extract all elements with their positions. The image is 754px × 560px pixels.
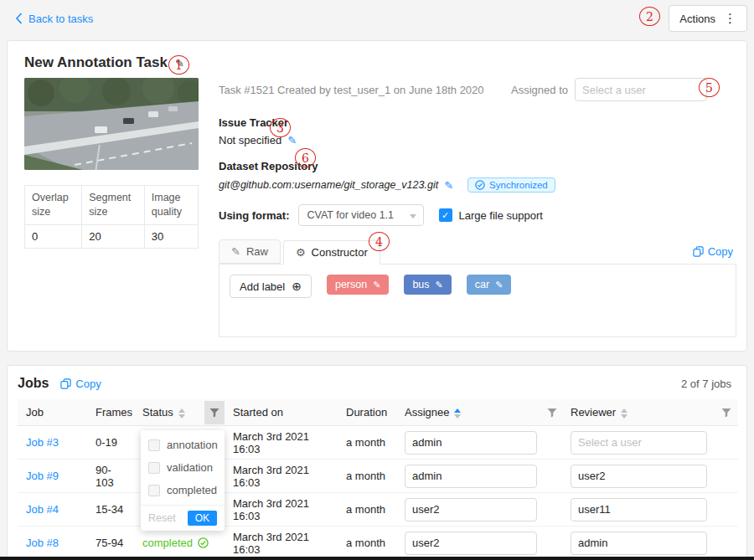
job-row: Job #9 90-103 March 3rd 2021 16:03 a mon… bbox=[18, 460, 738, 493]
jobs-table: Job Frames Status Started on Duration As… bbox=[18, 399, 738, 560]
edit-title-icon[interactable]: ✎ bbox=[175, 57, 184, 69]
task-title: New Annotation Task bbox=[24, 54, 168, 71]
filter-option-validation[interactable]: validation bbox=[141, 456, 225, 479]
sort-icon[interactable] bbox=[454, 408, 461, 419]
filter-option-completed[interactable]: completed bbox=[141, 479, 225, 501]
label-chip-bus[interactable]: bus ✎ bbox=[404, 275, 451, 295]
reviewer-filter-icon[interactable] bbox=[721, 408, 731, 418]
col-job: Job bbox=[18, 399, 89, 426]
checkbox-unchecked-icon[interactable] bbox=[148, 462, 160, 474]
copy-icon bbox=[60, 378, 71, 389]
edit-issue-tracker-icon[interactable]: ✎ bbox=[287, 134, 297, 146]
job-frames: 15-34 bbox=[89, 493, 136, 527]
job-reviewer-input[interactable] bbox=[571, 532, 707, 555]
tab-constructor-label: Constructor bbox=[312, 246, 368, 259]
task-detail-card: New Annotation Task ✎ bbox=[7, 40, 747, 352]
repository-url: git@github.com:username/git_storage_v123… bbox=[219, 179, 438, 191]
job-link[interactable]: Job #4 bbox=[26, 503, 59, 516]
param-value-overlap: 0 bbox=[25, 224, 82, 248]
task-left-column: Overlap size Segment size Image quality … bbox=[24, 78, 199, 337]
job-row: Job #3 0-19 March 3rd 2021 16:03 a month bbox=[18, 426, 738, 460]
screen-bottom-edge bbox=[0, 557, 754, 560]
plus-circle-icon: ⊕ bbox=[292, 280, 302, 293]
check-circle-icon bbox=[475, 180, 485, 190]
job-started: March 3rd 2021 16:03 bbox=[226, 426, 339, 460]
check-circle-icon bbox=[198, 537, 209, 548]
jobs-copy-link[interactable]: Copy bbox=[60, 378, 104, 390]
labels-copy-link[interactable]: Copy bbox=[693, 245, 736, 258]
job-reviewer-input[interactable] bbox=[571, 465, 707, 488]
checkbox-checked-icon: ✓ bbox=[439, 208, 452, 222]
checkbox-unchecked-icon[interactable] bbox=[148, 485, 160, 496]
using-format-label: Using format: bbox=[219, 209, 290, 222]
job-link[interactable]: Job #9 bbox=[26, 470, 59, 482]
assigned-to-label: Assigned to bbox=[511, 84, 568, 96]
job-reviewer-input[interactable] bbox=[571, 498, 707, 521]
issue-tracker-block: Issue Tracker Not specified ✎ bbox=[219, 116, 736, 146]
actions-button[interactable]: Actions ⋮ bbox=[669, 5, 747, 32]
job-duration: a month bbox=[339, 527, 398, 560]
col-started: Started on bbox=[226, 399, 339, 426]
label-name: car bbox=[475, 279, 489, 290]
sort-icon[interactable] bbox=[621, 408, 627, 419]
assignee-filter-icon[interactable] bbox=[547, 408, 557, 418]
filter-option-annotation[interactable]: annotation bbox=[141, 434, 225, 456]
col-reviewer[interactable]: Reviewer bbox=[564, 399, 738, 426]
edit-repository-icon[interactable]: ✎ bbox=[444, 179, 453, 192]
param-header-segment: Segment size bbox=[82, 186, 145, 225]
checkbox-unchecked-icon[interactable] bbox=[148, 439, 160, 451]
large-file-checkbox-wrap[interactable]: ✓ Large file support bbox=[439, 208, 543, 222]
sort-icon[interactable] bbox=[178, 408, 185, 419]
edit-label-icon[interactable]: ✎ bbox=[373, 280, 380, 290]
format-select[interactable]: CVAT for video 1.1 bbox=[298, 204, 424, 226]
tab-raw[interactable]: ✎ Raw bbox=[219, 239, 281, 264]
edit-label-icon[interactable]: ✎ bbox=[436, 280, 443, 290]
tab-constructor[interactable]: ⚙ Constructor bbox=[283, 240, 380, 265]
filter-reset-button[interactable]: Reset bbox=[148, 512, 176, 524]
job-frames: 90-103 bbox=[89, 460, 136, 493]
copy-icon bbox=[693, 246, 704, 257]
col-duration: Duration bbox=[339, 399, 398, 426]
col-status[interactable]: Status bbox=[136, 399, 226, 426]
task-assignee-input[interactable] bbox=[575, 78, 707, 101]
job-link[interactable]: Job #3 bbox=[26, 436, 59, 449]
filter-option-label: completed bbox=[167, 484, 217, 496]
issue-tracker-label: Issue Tracker bbox=[219, 116, 736, 129]
sync-status-badge[interactable]: Synchronized bbox=[467, 177, 555, 193]
job-duration: a month bbox=[339, 493, 398, 527]
add-label-button[interactable]: Add label ⊕ bbox=[230, 275, 312, 298]
format-select-value: CVAT for video 1.1 bbox=[307, 209, 395, 221]
format-row: Using format: CVAT for video 1.1 ✓ Large… bbox=[219, 204, 736, 226]
job-reviewer-input[interactable] bbox=[571, 431, 707, 455]
job-assignee-input[interactable] bbox=[405, 465, 537, 488]
labels-tabs: ✎ Raw ⚙ Constructor Copy bbox=[219, 239, 736, 264]
task-meta-text: Task #1521 Created by test_user_1 on Jun… bbox=[219, 84, 484, 96]
label-constructor-panel: Add label ⊕ person ✎ bus ✎ car ✎ bbox=[219, 264, 736, 337]
back-to-tasks-label: Back to tasks bbox=[28, 13, 93, 25]
jobs-copy-label: Copy bbox=[75, 378, 101, 390]
job-row: Job #8 75-94 completed March 3rd 2021 16… bbox=[18, 527, 738, 560]
actions-label: Actions bbox=[679, 13, 715, 25]
filter-ok-button[interactable]: OK bbox=[188, 511, 217, 526]
tool-icon: ⚙ bbox=[296, 246, 306, 259]
job-assignee-input[interactable] bbox=[405, 431, 537, 455]
jobs-table-header: Job Frames Status Started on Duration As… bbox=[18, 399, 738, 426]
dataset-repository-block: Dataset Repository git@github.com:userna… bbox=[219, 160, 736, 193]
edit-label-icon[interactable]: ✎ bbox=[495, 280, 503, 290]
labels-copy-label: Copy bbox=[708, 245, 733, 258]
task-params-table: Overlap size Segment size Image quality … bbox=[24, 185, 199, 249]
param-value-segment: 20 bbox=[82, 224, 145, 248]
job-assignee-input[interactable] bbox=[405, 498, 537, 521]
job-link[interactable]: Job #8 bbox=[26, 537, 59, 549]
col-assignee[interactable]: Assignee bbox=[398, 399, 564, 426]
job-row: Job #4 15-34 March 3rd 2021 16:03 a mont… bbox=[18, 493, 738, 527]
back-to-tasks-link[interactable]: Back to tasks bbox=[15, 13, 93, 25]
label-chip-person[interactable]: person ✎ bbox=[327, 275, 389, 295]
topbar: Back to tasks Actions ⋮ bbox=[0, 0, 754, 37]
job-assignee-input[interactable] bbox=[405, 532, 537, 555]
task-right-column: Task #1521 Created by test_user_1 on Jun… bbox=[219, 78, 736, 337]
param-header-quality: Image quality bbox=[144, 186, 198, 225]
col-frames: Frames bbox=[89, 399, 136, 426]
status-filter-icon[interactable] bbox=[204, 401, 225, 424]
label-chip-car[interactable]: car ✎ bbox=[467, 275, 512, 295]
